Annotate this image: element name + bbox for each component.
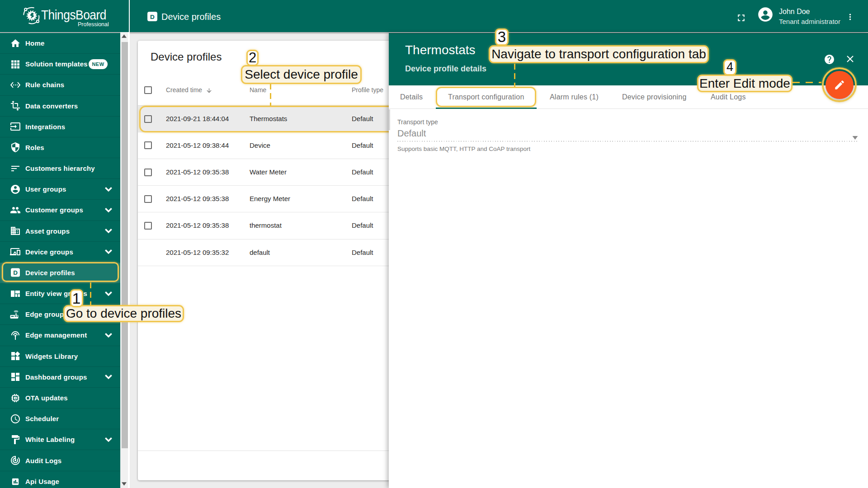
svg-text:D: D	[150, 14, 155, 20]
